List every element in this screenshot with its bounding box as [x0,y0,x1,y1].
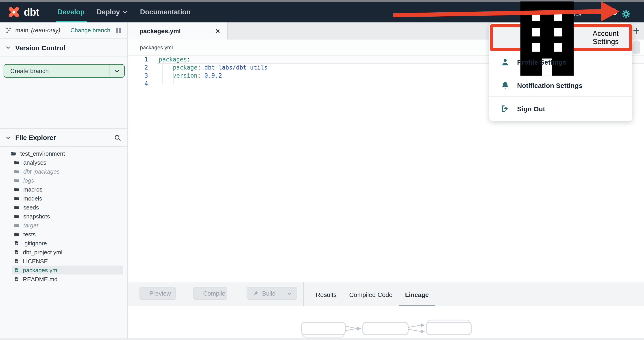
chevron-down-icon[interactable] [287,290,292,296]
compile-button[interactable]: Compile [193,287,227,300]
branch-bar: main (read-only) Change branch [0,22,128,38]
file-icon [14,276,19,282]
tree-item-snapshots[interactable]: snapshots [0,212,128,221]
change-branch-link[interactable]: Change branch [70,27,110,34]
tree-item-label: macros [23,186,42,193]
menu-item-account-settings[interactable]: Account Settings [490,24,632,51]
file-tree: test_environmentanalysesdbt_packageslogs… [0,149,128,284]
line-number: 4 [128,80,148,88]
file-icon [14,258,19,264]
tree-item-label: README.md [23,276,58,282]
dbt-logo[interactable]: dbt [7,6,39,18]
indent-guide [162,64,163,84]
docs-book-icon[interactable] [115,27,122,34]
nav-item-label: Develop [58,8,85,16]
nav-menu: DevelopDeployDocumentation [58,2,191,22]
tree-item-label: target [23,222,38,228]
sign-out-icon [501,104,510,113]
tree-item-logs[interactable]: logs [0,176,128,185]
tree-item-label: dbt_project.yml [23,249,62,256]
create-branch-button[interactable]: Create branch [4,64,125,78]
tree-item-models[interactable]: models [0,194,128,203]
file-explorer-header[interactable]: File Explorer [0,128,128,147]
hammer-icon [253,290,258,297]
branch-name: main [15,27,28,34]
tree-item-macros[interactable]: macros [0,185,128,194]
tree-item-label: LICENSE [23,258,48,264]
tab-packages-yml[interactable]: packages.yml ✕ [128,22,228,40]
tree-item-seeds[interactable]: seeds [0,203,128,212]
chevron-down-icon [123,10,128,15]
file-icon [14,240,19,246]
folder-icon [14,195,20,201]
tree-item-target[interactable]: target [0,221,128,230]
code-text: packages: [159,56,190,64]
bell-icon [501,81,510,90]
menu-divider [489,96,632,97]
tree-item-dbt-project-yml[interactable]: dbt_project.yml [0,248,128,256]
folder-icon [14,168,20,174]
line-number: 3 [128,72,148,80]
nav-item-label: Documentation [140,8,191,16]
menu-item-sign-out[interactable]: Sign Out [489,98,632,119]
nav-item-documentation[interactable]: Documentation [140,2,191,22]
code-text: version: 0.9.2 [159,72,222,80]
folder-icon [14,186,20,192]
menu-item-label: Sign Out [517,105,545,112]
panel-divider [303,282,304,307]
person-icon [501,58,510,66]
results-tab-results[interactable]: Results [316,291,336,298]
tree-item-readme-md[interactable]: README.md [0,274,128,284]
tree-item-packages-yml[interactable]: packages.yml [12,266,123,274]
button-divider [282,288,282,299]
help-icon[interactable] [610,8,617,15]
chevron-down-icon [6,45,11,50]
tree-item-label: analyses [23,159,46,166]
menu-item-notification-settings[interactable]: Notification Settings [489,75,632,95]
tree-item-label: .gitignore [23,240,47,246]
tree-item-license[interactable]: LICENSE [0,256,128,266]
tree-item--gitignore[interactable]: .gitignore [0,239,128,248]
build-label: Build [262,290,276,297]
lineage-panel: No nodes selected! '+packages.yml+' does… [128,306,644,340]
preview-label: Preview [149,290,171,297]
sidebar: main (read-only) Change branch Version C… [0,22,128,338]
search-icon[interactable] [114,134,121,141]
scroll-indicator [632,40,640,54]
menu-item-profile-settings[interactable]: Profile Settings [489,52,632,72]
nav-item-deploy[interactable]: Deploy [97,2,128,22]
tree-item-label: logs [23,177,34,184]
dbt-cloud-ide: dbt DevelopDeployDocumentation dbt Labs … [0,0,644,340]
file-icon [14,267,19,273]
close-icon[interactable]: ✕ [215,28,220,34]
folder-icon [14,213,20,219]
build-button[interactable]: Build [247,287,297,300]
tree-item-label: seeds [23,204,39,210]
tree-item-analyses[interactable]: analyses [0,158,128,167]
preview-button[interactable]: Preview [140,287,176,300]
tree-item-label: test_environment [20,150,65,157]
button-divider [109,64,110,77]
nav-item-develop[interactable]: Develop [58,2,85,22]
version-control-header[interactable]: Version Control [0,38,128,57]
tree-item-test-environment[interactable]: test_environment [0,149,128,158]
results-tab-compiled-code[interactable]: Compiled Code [349,291,392,298]
results-tab-bar: ResultsCompiled CodeLineage [316,282,429,307]
bottom-scrollbar-strip [0,338,644,340]
menu-item-label: Account Settings [593,30,629,46]
tree-item-label: models [23,195,42,202]
tree-item-label: dbt_packages [23,168,60,175]
git-branch-icon [6,27,12,34]
bottom-band: Preview Compile Build ResultsCompiled Co… [128,282,644,306]
chevron-down-icon[interactable] [114,68,120,74]
file-explorer-title: File Explorer [15,134,56,141]
active-nav-underline [56,21,87,22]
dbt-wordmark: dbt [24,6,39,18]
tree-item-dbt-packages[interactable]: dbt_packages [0,167,128,176]
gear-icon[interactable] [621,9,631,19]
tree-item-label: packages.yml [23,267,58,274]
code-text: - package: dbt-labs/dbt_utils [159,64,268,72]
results-tab-lineage[interactable]: Lineage [405,291,429,298]
dbt-logo-icon [7,6,21,18]
tree-item-tests[interactable]: tests [0,230,128,239]
